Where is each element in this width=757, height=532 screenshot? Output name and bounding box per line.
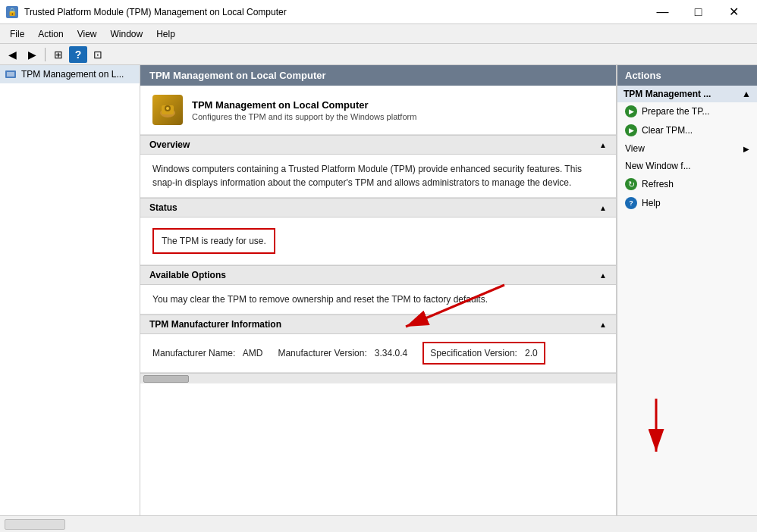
status-text: The TPM is ready for use. [162,236,266,246]
available-options-collapse-icon[interactable]: ▲ [599,271,607,280]
overview-body: Windows computers containing a Trusted P… [140,155,616,198]
horizontal-scrollbar[interactable] [140,373,616,383]
toolbar-separator [45,48,46,61]
svg-rect-1 [7,72,14,77]
menu-file[interactable]: File [3,27,31,42]
show-hide-button[interactable]: ⊞ [49,46,68,63]
status-scrolltrack[interactable] [5,519,65,530]
close-button[interactable]: ✕ [717,0,751,24]
tpm-info-title: TPM Management on Local Computer [192,99,416,111]
overview-label: Overview [149,139,190,150]
tpm-manufacturer-collapse-icon[interactable]: ▲ [599,321,607,329]
extended-button[interactable]: ⊡ [89,46,107,63]
title-bar-left: 🔒 Trusted Platform Module (TPM) Manageme… [6,6,287,18]
clear-label: Clear TPM... [642,125,693,136]
available-options-label: Available Options [149,270,226,280]
new-window-label: New Window f... [625,161,691,171]
left-panel-label: TPM Management on L... [21,69,124,80]
action-group-tpm[interactable]: TPM Management ... ▲ [617,86,757,102]
prepare-icon: ▶ [625,105,637,117]
menu-view[interactable]: View [71,27,104,42]
help-toolbar-button[interactable]: ? [69,46,87,63]
status-section-header: Status ▲ [140,198,616,217]
refresh-icon: ↻ [625,178,637,190]
action-clear[interactable]: ▶ Clear TPM... [617,121,757,140]
status-ready-box: The TPM is ready for use. [152,228,275,254]
help-action-icon: ? [625,197,637,209]
minimize-button[interactable]: — [645,0,680,24]
action-prepare[interactable]: ▶ Prepare the TP... [617,102,757,121]
prepare-label: Prepare the TP... [642,106,710,117]
action-refresh[interactable]: ↻ Refresh [617,175,757,194]
available-options-body: You may clear the TPM to remove ownershi… [140,285,616,315]
action-view[interactable]: View ▶ [617,140,757,158]
action-new-window[interactable]: New Window f... [617,158,757,175]
action-help[interactable]: ? Help [617,194,757,213]
content-wrapper: TPM Management on Local Computer TPM Man… [140,65,757,515]
status-bar [0,515,757,532]
tpm-manufacturer-label: TPM Manufacturer Information [149,319,281,330]
menu-window[interactable]: Window [104,27,150,42]
manufacturer-name-label: Manufacturer Name: AMD [152,346,262,360]
center-panel-header: TPM Management on Local Computer [140,65,616,86]
maximize-button[interactable]: □ [681,0,715,24]
actions-header: Actions [617,65,757,86]
help-label: Help [642,198,661,208]
tpm-manufacturer-section-header: TPM Manufacturer Information ▲ [140,315,616,334]
status-body: The TPM is ready for use. [140,217,616,265]
menu-bar: File Action View Window Help [0,24,757,44]
forward-button[interactable]: ▶ [23,46,41,63]
overview-section-header: Overview ▲ [140,135,616,155]
available-options-section-header: Available Options ▲ [140,265,616,285]
window-title: Trusted Platform Module (TPM) Management… [24,7,287,17]
tpm-info-text: TPM Management on Local Computer Configu… [192,99,416,121]
toolbar: ◀ ▶ ⊞ ? ⊡ [0,44,757,65]
menu-help[interactable]: Help [149,27,182,42]
title-bar: 🔒 Trusted Platform Module (TPM) Manageme… [0,0,757,24]
left-panel-tpm-item[interactable]: TPM Management on L... [0,65,140,83]
main-layout: TPM Management on L... TPM Management on… [0,65,757,515]
status-label: Status [149,202,177,213]
clear-icon: ▶ [625,124,637,136]
tpm-tree-icon [5,68,17,80]
tpm-icon [152,95,183,125]
spec-version-value: 2.0 [525,348,538,358]
spec-version-box: Specification Version: 2.0 [422,342,545,365]
title-bar-controls: — □ ✕ [645,0,751,24]
spec-version-label: Specification Version: [430,348,517,358]
refresh-label: Refresh [642,179,674,189]
manufacturer-name-value: AMD [243,348,263,358]
manufacturer-version-value: 3.34.0.4 [375,348,407,358]
view-submenu-arrow: ▶ [743,145,749,153]
svg-point-5 [166,107,169,110]
status-collapse-icon[interactable]: ▲ [599,204,607,212]
center-panel: TPM Management on Local Computer TPM Man… [140,65,617,515]
overview-collapse-icon[interactable]: ▲ [599,141,607,149]
right-panel: Actions TPM Management ... ▲ ▶ Prepare t… [617,65,757,515]
view-label: View [625,143,645,154]
action-group-label: TPM Management ... [624,89,711,99]
tpm-manufacturer-body: Manufacturer Name: AMD Manufacturer Vers… [140,334,616,373]
left-panel: TPM Management on L... [0,65,140,515]
tpm-info-sub: Configures the TPM and its support by th… [192,112,416,121]
menu-action[interactable]: Action [31,27,70,42]
manufacturer-row: Manufacturer Name: AMD Manufacturer Vers… [152,342,604,365]
app-icon: 🔒 [6,6,18,18]
action-group-collapse-icon: ▲ [742,89,751,99]
manufacturer-version-label: Manufacturer Version: 3.34.0.4 [278,346,407,360]
scroll-thumb[interactable] [143,375,189,383]
tpm-info-box: TPM Management on Local Computer Configu… [140,86,616,135]
back-button[interactable]: ◀ [3,46,21,63]
